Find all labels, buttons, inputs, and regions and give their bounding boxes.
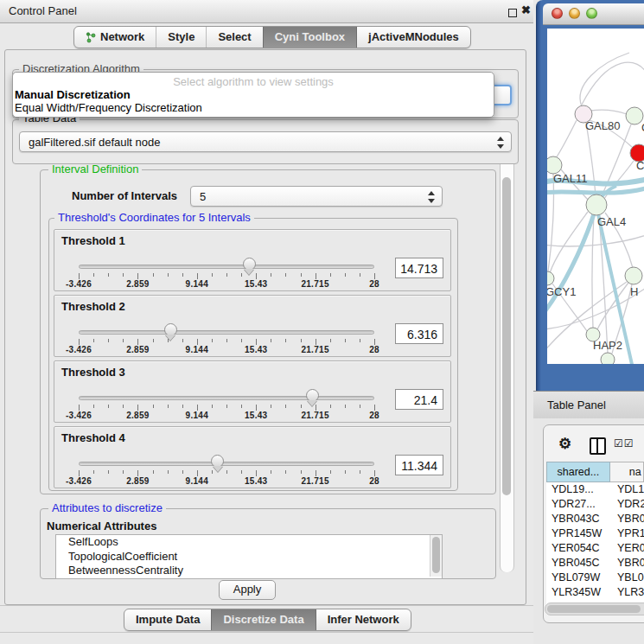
slider-thumb-icon[interactable]: [306, 389, 319, 407]
window-title: Control Panel: [9, 4, 77, 17]
zoom-traffic-light-icon[interactable]: [586, 8, 597, 19]
close-icon[interactable]: ✖: [521, 3, 531, 16]
slider-thumb-icon[interactable]: [211, 455, 224, 473]
tick-label: 9.144: [186, 279, 209, 289]
threshold-value-field[interactable]: 6.316: [395, 323, 443, 344]
spinner-arrows-icon: [497, 136, 505, 150]
table-row[interactable]: YBR043CYBR0: [546, 512, 644, 526]
table-panel-title: Table Panel: [547, 399, 606, 411]
table-cell-name[interactable]: YBL0: [613, 571, 644, 585]
tick-label: -3.426: [66, 476, 92, 486]
algorithm-option-equal-width[interactable]: Equal Width/Frequency Discretization: [15, 101, 202, 114]
table-row[interactable]: YPR145WYPR1: [546, 526, 644, 541]
threshold-slider[interactable]: -3.4262.8599.14415.4321.71528: [54, 230, 392, 290]
gear-icon[interactable]: ⚙: [558, 435, 571, 453]
node[interactable]: [601, 353, 615, 364]
number-of-intervals-value: 5: [200, 190, 206, 203]
horizontal-scrollbar-thumb[interactable]: [547, 605, 641, 613]
attribute-list-item[interactable]: BetweennessCentrality: [56, 564, 442, 578]
thresholds-container: Threshold 1 -3.4262.8599.14415.4321.7152…: [48, 218, 456, 489]
horizontal-scrollbar[interactable]: [545, 603, 644, 615]
minimize-traffic-light-icon[interactable]: [569, 8, 580, 19]
tick-label: 15.43: [245, 345, 268, 354]
table-panel-titlebar: Table Panel: [533, 391, 644, 419]
tab-style[interactable]: Style: [156, 27, 206, 48]
table-row[interactable]: YBR045CYBR0: [546, 556, 644, 571]
slider-thumb-icon[interactable]: [243, 258, 256, 276]
tab-jactivemnodules[interactable]: jActiveMNodules: [356, 27, 470, 48]
apply-button[interactable]: Apply: [219, 580, 276, 600]
split-column-icon[interactable]: [590, 437, 606, 455]
tab-cyni-toolbox[interactable]: Cyni Toolbox: [263, 27, 356, 48]
table-row[interactable]: YER054CYER0: [546, 541, 644, 556]
table-cell-shared-name[interactable]: YBL079W: [546, 571, 613, 585]
network-canvas[interactable]: GAL80GGAL11CGAL4GCY1HHAP2: [547, 29, 644, 364]
numerical-attributes-list[interactable]: SelfLoopsTopologicalCoefficientBetweenne…: [55, 534, 443, 579]
node-label: GCY1: [547, 285, 576, 298]
threshold-slider[interactable]: -3.4262.8599.14415.4321.71528: [54, 427, 392, 488]
slider-track[interactable]: [79, 330, 374, 335]
node[interactable]: [626, 107, 643, 124]
node-gal4[interactable]: [586, 194, 607, 215]
control-panel-titlebar: Control Panel ✖: [0, 0, 533, 23]
table-cell-shared-name[interactable]: YDR27...: [546, 497, 613, 512]
table-row[interactable]: YDL19...YDL1: [546, 482, 644, 497]
table-cell-shared-name[interactable]: YLR345W: [546, 585, 613, 600]
tab-discretize-data[interactable]: Discretize Data: [211, 609, 315, 630]
number-of-intervals-combobox[interactable]: 5: [190, 186, 443, 207]
node-gcy1[interactable]: [547, 271, 554, 285]
network-window-titlebar[interactable]: [543, 3, 644, 25]
table-cell-shared-name[interactable]: YER054C: [546, 541, 613, 556]
table-cell-name[interactable]: YBR0: [613, 512, 644, 526]
float-window-icon[interactable]: [508, 9, 517, 17]
tab-infer-network[interactable]: Infer Network: [316, 609, 411, 630]
list-scrollbar-thumb[interactable]: [432, 537, 440, 573]
threshold-value-field[interactable]: 11.344: [395, 455, 443, 475]
table-row[interactable]: YLR345WYLR3: [546, 585, 644, 600]
node-label: GAL11: [553, 172, 588, 185]
table-data-combobox[interactable]: galFiltered.sif default node: [19, 131, 512, 152]
attribute-list-item[interactable]: SelfLoops: [56, 535, 442, 550]
slider-track[interactable]: [79, 462, 374, 466]
table-cell-name[interactable]: YLR3: [613, 585, 644, 600]
table-row[interactable]: YDR27...YDR2: [546, 497, 644, 512]
node-gal11[interactable]: [547, 156, 562, 174]
list-scrollbar[interactable]: [430, 535, 442, 577]
tick-label: 15.43: [245, 476, 268, 486]
attribute-list-item[interactable]: TopologicalCoefficient: [56, 550, 442, 564]
table-row[interactable]: YBL079WYBL0: [546, 571, 644, 585]
table-cell-shared-name[interactable]: YBR045C: [546, 556, 613, 571]
slider-tick-labels: -3.4262.8599.14415.4321.71528: [79, 411, 375, 421]
threshold-value-field[interactable]: 14.713: [395, 258, 443, 278]
panel-scrollbar-thumb[interactable]: [502, 177, 511, 495]
node[interactable]: [625, 267, 642, 284]
column-header-name[interactable]: na: [610, 462, 644, 482]
table-cell-shared-name[interactable]: YPR145W: [546, 526, 613, 541]
tab-label: Discretize Data: [223, 609, 303, 630]
slider-thumb-icon[interactable]: [164, 323, 177, 341]
table-cell-name[interactable]: YER0: [613, 541, 644, 556]
slider-track[interactable]: [79, 265, 374, 269]
network-icon: [86, 32, 96, 43]
slider-track[interactable]: [79, 396, 374, 400]
tick-label: 15.43: [245, 279, 268, 289]
table-cell-name[interactable]: YDR2: [613, 497, 644, 512]
algorithm-option-manual[interactable]: Manual Discretization: [15, 88, 131, 101]
table-cell-name[interactable]: YBR0: [613, 556, 644, 571]
table-cell-shared-name[interactable]: YDL19...: [546, 482, 613, 497]
table-cell-shared-name[interactable]: YBR043C: [546, 512, 613, 526]
threshold-slider[interactable]: -3.4262.8599.14415.4321.71528: [54, 361, 392, 422]
tick-label: 21.715: [301, 345, 328, 354]
tab-impute-data[interactable]: Impute Data: [124, 609, 211, 630]
numerical-attributes-label: Numerical Attributes: [47, 520, 156, 532]
threshold-slider[interactable]: -3.4262.8599.14415.4321.71528: [54, 296, 392, 356]
threshold-value-field[interactable]: 21.4: [395, 389, 443, 410]
node-label: C: [636, 159, 644, 172]
tab-network[interactable]: Network: [74, 27, 156, 48]
tab-select[interactable]: Select: [206, 27, 262, 48]
close-traffic-light-icon[interactable]: [552, 8, 563, 19]
checkbox-icons[interactable]: ☑☑: [614, 437, 634, 450]
table-cell-name[interactable]: YDL1: [613, 482, 644, 497]
column-header-shared-name[interactable]: shared...: [546, 462, 610, 482]
table-cell-name[interactable]: YPR1: [613, 526, 644, 541]
